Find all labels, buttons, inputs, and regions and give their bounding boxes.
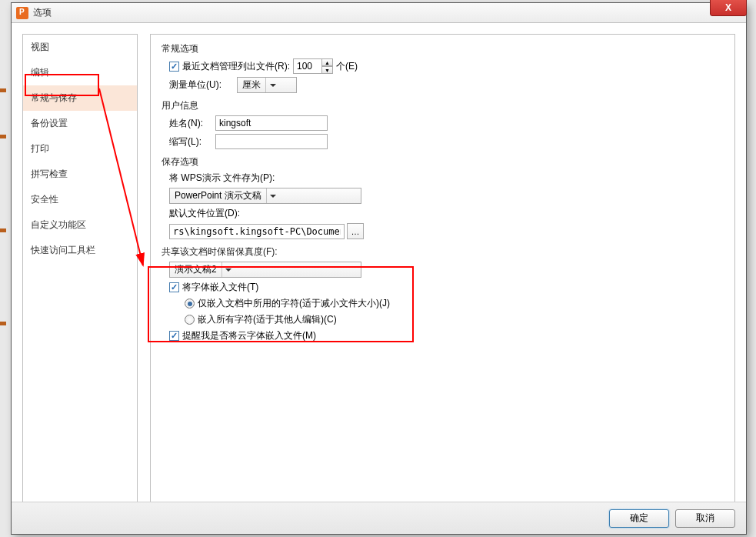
edge-marker bbox=[0, 88, 6, 92]
notify-cloud-label: 提醒我是否将云字体嵌入文件(M) bbox=[182, 329, 316, 342]
name-label: 姓名(N): bbox=[169, 117, 215, 130]
save-as-label: 将 WPS演示 文件存为(P): bbox=[169, 172, 275, 185]
recent-files-label: 最近文档管理列出文件(R): bbox=[182, 60, 290, 73]
edge-marker bbox=[0, 135, 6, 138]
dialog-footer: 确定 取消 bbox=[12, 502, 746, 534]
name-row: 姓名(N): bbox=[169, 115, 724, 131]
fidelity-doc-select[interactable]: 演示文稿2 bbox=[169, 262, 361, 278]
chevron-down-icon bbox=[221, 262, 235, 277]
embed-used-row: 仅嵌入文档中所用的字符(适于减小文件大小)(J) bbox=[185, 297, 724, 310]
name-input[interactable] bbox=[215, 115, 328, 131]
notify-cloud-checkbox[interactable] bbox=[169, 331, 179, 341]
chevron-down-icon bbox=[265, 78, 279, 92]
embed-all-row: 嵌入所有字符(适于其他人编辑)(C) bbox=[185, 313, 724, 326]
embed-all-label: 嵌入所有字符(适于其他人编辑)(C) bbox=[198, 313, 337, 326]
initials-input[interactable] bbox=[215, 134, 328, 149]
edge-marker bbox=[0, 228, 6, 232]
browse-button[interactable]: … bbox=[347, 223, 364, 239]
embed-all-radio[interactable] bbox=[185, 315, 195, 325]
recent-files-row: 最近文档管理列出文件(R): ▲ ▼ 个(E) bbox=[169, 58, 724, 74]
sidebar-item-print[interactable]: 打印 bbox=[23, 136, 137, 162]
edge-marker bbox=[0, 322, 6, 325]
section-save-title: 保存选项 bbox=[162, 155, 724, 168]
embed-fonts-label: 将字体嵌入文件(T) bbox=[182, 281, 258, 294]
cancel-button[interactable]: 取消 bbox=[675, 509, 735, 528]
sidebar-item-spellcheck[interactable]: 拼写检查 bbox=[23, 162, 137, 187]
save-as-row: PowerPoint 演示文稿 bbox=[169, 188, 724, 204]
app-icon bbox=[16, 7, 28, 19]
content-panel: 常规选项 最近文档管理列出文件(R): ▲ ▼ 个(E) 测量单位(U): 厘米 bbox=[150, 34, 735, 503]
recent-files-unit: 个(E) bbox=[336, 60, 358, 73]
save-as-label-row: 将 WPS演示 文件存为(P): bbox=[169, 172, 724, 185]
default-location-input[interactable] bbox=[169, 224, 345, 239]
notify-cloud-row: 提醒我是否将云字体嵌入文件(M) bbox=[169, 329, 724, 342]
embed-used-radio[interactable] bbox=[185, 299, 195, 309]
recent-files-spin-up[interactable]: ▲ bbox=[321, 58, 333, 66]
recent-files-checkbox[interactable] bbox=[169, 62, 179, 72]
section-user-title: 用户信息 bbox=[162, 99, 724, 112]
fidelity-doc-row: 演示文稿2 bbox=[169, 262, 724, 278]
default-location-label-row: 默认文件位置(D): bbox=[169, 207, 724, 220]
category-sidebar: 视图 编辑 常规与保存 备份设置 打印 拼写检查 安全性 自定义功能区 快速访问… bbox=[22, 34, 138, 503]
recent-files-count-input[interactable] bbox=[293, 58, 322, 74]
dialog-body: 视图 编辑 常规与保存 备份设置 打印 拼写检查 安全性 自定义功能区 快速访问… bbox=[12, 23, 746, 502]
sidebar-item-quick-access[interactable]: 快速访问工具栏 bbox=[23, 238, 137, 263]
default-location-row: … bbox=[169, 223, 724, 239]
sidebar-item-general-save[interactable]: 常规与保存 bbox=[23, 85, 137, 111]
window-title: 选项 bbox=[33, 6, 52, 19]
sidebar-item-edit[interactable]: 编辑 bbox=[23, 60, 137, 85]
measure-unit-row: 测量单位(U): 厘米 bbox=[169, 77, 724, 93]
initials-row: 缩写(L): bbox=[169, 134, 724, 149]
titlebar[interactable]: 选项 X bbox=[12, 3, 746, 23]
sidebar-item-view[interactable]: 视图 bbox=[23, 35, 137, 60]
initials-label: 缩写(L): bbox=[169, 135, 215, 148]
close-button[interactable]: X bbox=[710, 0, 747, 16]
options-dialog: 选项 X 视图 编辑 常规与保存 备份设置 打印 拼写检查 安全性 自定义功能区… bbox=[11, 2, 747, 535]
section-fidelity-title: 共享该文档时保留保真度(F): bbox=[162, 245, 724, 258]
section-general-title: 常规选项 bbox=[162, 42, 724, 55]
sidebar-item-security[interactable]: 安全性 bbox=[23, 187, 137, 212]
sidebar-item-backup[interactable]: 备份设置 bbox=[23, 111, 137, 136]
default-location-label: 默认文件位置(D): bbox=[169, 207, 240, 220]
chevron-down-icon bbox=[266, 188, 280, 203]
embed-used-label: 仅嵌入文档中所用的字符(适于减小文件大小)(J) bbox=[198, 297, 390, 310]
ok-button[interactable]: 确定 bbox=[609, 509, 669, 528]
embed-fonts-row: 将字体嵌入文件(T) bbox=[169, 281, 724, 294]
measure-unit-select[interactable]: 厘米 bbox=[237, 77, 297, 93]
save-as-select[interactable]: PowerPoint 演示文稿 bbox=[169, 188, 361, 204]
measure-unit-label: 测量单位(U): bbox=[169, 78, 237, 92]
recent-files-spin-down[interactable]: ▼ bbox=[321, 66, 333, 74]
embed-fonts-checkbox[interactable] bbox=[169, 282, 179, 292]
sidebar-item-customize-ribbon[interactable]: 自定义功能区 bbox=[23, 212, 137, 238]
